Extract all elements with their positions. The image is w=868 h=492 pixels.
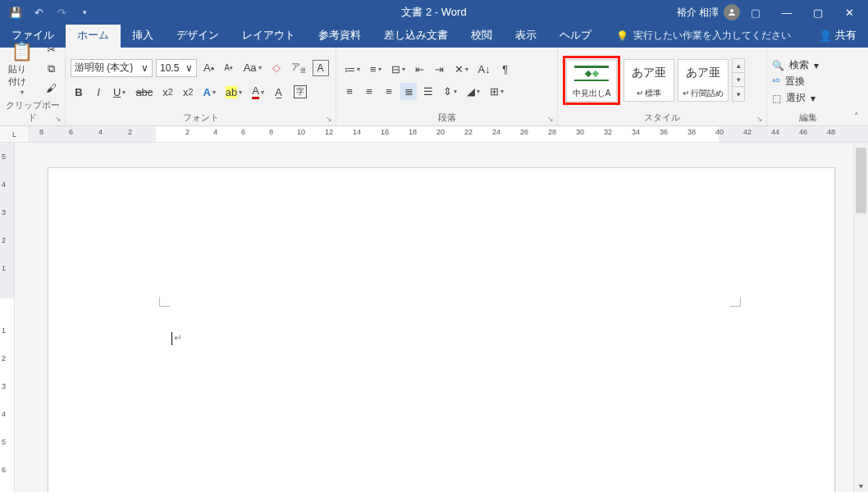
multilevel-button[interactable]: ⊟▾: [388, 61, 409, 78]
grow-font-button[interactable]: A▴: [200, 59, 217, 76]
vertical-scrollbar[interactable]: ▴ ▾: [853, 143, 868, 492]
font-color-button[interactable]: A▾: [249, 82, 267, 102]
close-button[interactable]: ✕: [834, 0, 865, 25]
styles-expand-button[interactable]: ▾: [733, 87, 744, 101]
share-button[interactable]: 👤 共有: [807, 23, 868, 48]
clear-formatting-button[interactable]: ◇: [268, 59, 285, 76]
line-spacing-icon: ⇕: [443, 85, 452, 98]
copy-button[interactable]: ⧉: [43, 60, 60, 78]
clipboard-launcher-icon[interactable]: ↘: [53, 114, 63, 124]
asian-layout-button[interactable]: ✕▾: [451, 61, 472, 78]
paste-button[interactable]: 📋 貼り付け ▾: [5, 39, 38, 98]
horizontal-ruler[interactable]: 8 6 4 2 2 4 6 8 10 12 14 16 18 20 22 24 …: [30, 126, 868, 142]
enclose-characters-button[interactable]: A: [313, 60, 329, 76]
tab-help[interactable]: ヘルプ: [548, 23, 603, 48]
align-center-button[interactable]: ≡: [361, 83, 377, 100]
chevron-down-icon: ▾: [21, 89, 24, 96]
tab-references[interactable]: 参考資料: [307, 23, 372, 48]
show-marks-button[interactable]: ¶: [497, 61, 514, 78]
style-highlight-box: 中見出しA: [563, 56, 620, 105]
replace-button[interactable]: ᵃᵇ 置換: [772, 75, 819, 89]
minimize-button[interactable]: —: [771, 0, 802, 25]
strikethrough-button[interactable]: abc: [132, 84, 156, 101]
tell-me-label: 実行したい作業を入力してください: [633, 29, 791, 43]
maximize-button[interactable]: ▢: [802, 0, 834, 25]
tab-layout[interactable]: レイアウト: [231, 23, 307, 48]
text-effects-button[interactable]: A▾: [199, 84, 218, 101]
tab-insert[interactable]: 挿入: [121, 23, 165, 48]
select-button[interactable]: ⬚ 選択 ▾: [772, 91, 819, 105]
tab-review[interactable]: 校閲: [459, 23, 504, 48]
scroll-down-icon[interactable]: ▾: [854, 479, 868, 492]
font-launcher-icon[interactable]: ↘: [324, 114, 334, 124]
phonetic-guide-button[interactable]: ア亜: [288, 58, 309, 77]
tab-view[interactable]: 表示: [504, 23, 548, 48]
paragraph-launcher-icon[interactable]: ↘: [546, 114, 555, 124]
bullets-button[interactable]: ≔▾: [341, 61, 363, 78]
font-name-combo[interactable]: 游明朝 (本文) ∨: [71, 59, 153, 77]
avatar-icon: [724, 4, 740, 20]
multilevel-icon: ⊟: [391, 63, 400, 75]
share-label: 共有: [835, 28, 857, 43]
collapse-ribbon-icon[interactable]: ˄: [854, 112, 859, 122]
shrink-font-button[interactable]: A▾: [221, 60, 237, 76]
sort-button[interactable]: A↓: [475, 61, 494, 78]
line-spacing-button[interactable]: ⇕▾: [440, 83, 460, 100]
redo-icon[interactable]: ↷: [53, 3, 71, 21]
styles-scroll-up-button[interactable]: ▴: [733, 59, 744, 73]
borders-icon: ⊞: [490, 85, 499, 98]
bold-button[interactable]: B: [71, 84, 87, 101]
style-tile-heading-a[interactable]: 中見出しA: [566, 59, 617, 102]
format-painter-button[interactable]: 🖌: [43, 80, 60, 97]
margin-corner-tr: [729, 297, 741, 307]
numbering-button[interactable]: ≡▾: [367, 61, 385, 78]
ribbon-display-icon[interactable]: ▢: [747, 3, 765, 21]
document-viewport[interactable]: ↵: [15, 143, 853, 492]
font-size-combo[interactable]: 10.5 ∨: [156, 59, 197, 77]
highlight-button[interactable]: ab▾: [222, 84, 245, 101]
borders-button[interactable]: ⊞▾: [487, 83, 507, 100]
chevron-down-icon: ▾: [811, 93, 815, 104]
style-name: ↵ 行間詰め: [683, 88, 724, 99]
superscript-button[interactable]: x2: [180, 84, 197, 101]
tab-mailings[interactable]: 差し込み文書: [372, 23, 459, 48]
group-clipboard: 📋 貼り付け ▾ ✂ ⧉ 🖌 クリップボード ↘: [0, 48, 66, 125]
distribute-button[interactable]: ☰: [420, 83, 436, 100]
ruler-corner[interactable]: L: [0, 126, 30, 142]
change-case-button[interactable]: Aa▾: [240, 59, 265, 76]
tell-me[interactable]: 💡 実行したい作業を入力してください: [608, 24, 799, 48]
style-tile-nospacing[interactable]: あア亜 ↵ 行間詰め: [678, 59, 729, 102]
select-label: 選択: [786, 91, 806, 105]
group-label-paragraph: 段落: [341, 111, 552, 125]
justify-button[interactable]: ≣: [400, 83, 417, 100]
enclose-button[interactable]: 字: [290, 83, 310, 101]
align-left-icon: ≡: [346, 85, 353, 98]
subscript-button[interactable]: x2: [159, 84, 176, 101]
find-button[interactable]: 🔍 検索 ▾: [772, 58, 819, 72]
style-preview: あア亜: [686, 61, 720, 85]
styles-launcher-icon[interactable]: ↘: [755, 114, 765, 124]
undo-icon[interactable]: ↶: [30, 3, 48, 21]
align-left-button[interactable]: ≡: [341, 83, 358, 100]
vertical-ruler[interactable]: 5 4 3 2 1 1 2 3 4 5 6: [0, 143, 15, 492]
user-account[interactable]: 裕介 相澤: [677, 4, 740, 20]
underline-button[interactable]: U▾: [110, 84, 129, 101]
page[interactable]: ↵: [48, 167, 835, 492]
style-tile-normal[interactable]: あア亜 ↵ 標準: [624, 59, 674, 102]
text-cursor: [171, 332, 172, 345]
tab-home[interactable]: ホーム: [66, 23, 121, 48]
scroll-thumb[interactable]: [856, 148, 866, 213]
character-shading-button[interactable]: A̲: [271, 84, 287, 101]
italic-button[interactable]: I: [90, 84, 107, 101]
align-right-button[interactable]: ≡: [381, 83, 397, 100]
save-icon[interactable]: 💾: [7, 3, 25, 21]
styles-scroll: ▴ ▾ ▾: [732, 58, 745, 102]
tab-design[interactable]: デザイン: [165, 23, 231, 48]
decrease-indent-button[interactable]: ⇤: [412, 61, 428, 78]
shading-button[interactable]: ◢▾: [464, 83, 483, 100]
styles-scroll-down-button[interactable]: ▾: [733, 73, 744, 87]
style-preview: [574, 61, 609, 85]
increase-indent-button[interactable]: ⇥: [432, 61, 448, 78]
cut-button[interactable]: ✂: [43, 41, 60, 58]
qat-customize-icon[interactable]: ▾: [75, 3, 94, 21]
